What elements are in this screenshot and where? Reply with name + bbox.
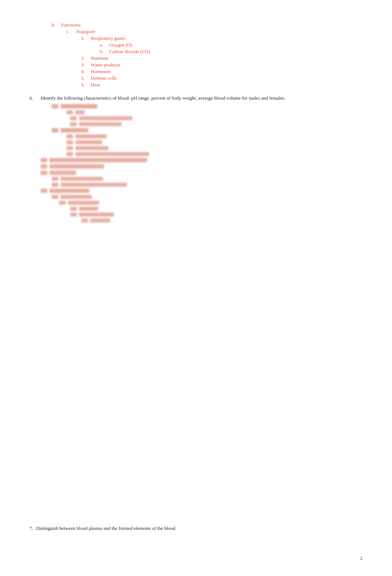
section7-text: 7. Distinguish between blood plasma and … <box>30 525 176 532</box>
main-content: b. Functions: i. Transport: 1. Respirato… <box>52 22 362 88</box>
text-heat: Heat <box>91 82 100 88</box>
section7-body: Distinguish between blood plasma and the… <box>36 525 176 532</box>
text-defense: Defense cells <box>91 75 117 81</box>
section6-answers <box>37 104 362 223</box>
label-5: 5. <box>81 75 89 81</box>
section6-body: Identify the following characteristics o… <box>41 94 285 102</box>
text-nutrients: Nutrients <box>91 55 109 61</box>
text-hormones: Hormones <box>91 69 111 75</box>
section6-num: 6. <box>30 94 38 102</box>
label-b: b. <box>52 22 59 28</box>
item-b-co2: b. Carbon dioxide (CO) <box>100 49 362 55</box>
label-2: 2. <box>81 55 89 61</box>
item-a-oxygen: a. Oxygen (O) <box>100 42 362 48</box>
section6-text: 6. Identify the following characteristic… <box>30 94 362 102</box>
section7-num: 7. <box>30 525 33 532</box>
label-4: 4. <box>81 69 89 75</box>
text-respiratory: Respiratory gases: <box>91 35 126 41</box>
section-7: 7. Distinguish between blood plasma and … <box>30 525 176 532</box>
label-1: 1. <box>81 35 89 41</box>
label-3: 3. <box>81 62 89 68</box>
item-b-functions: b. Functions: <box>52 22 362 28</box>
item-2-nutrients: 2. Nutrients <box>81 55 362 61</box>
label-i: i. <box>66 29 74 35</box>
text-transport: Transport: <box>76 29 96 35</box>
item-i-transport: i. Transport: <box>66 29 362 35</box>
page: b. Functions: i. Transport: 1. Respirato… <box>0 0 392 576</box>
text-oxygen: Oxygen (O) <box>109 42 132 48</box>
item-6-heat: 6. Heat <box>81 82 362 88</box>
item-1-respiratory: 1. Respiratory gases: <box>81 35 362 41</box>
text-waste: Waste products <box>91 62 120 68</box>
item-4-hormones: 4. Hormones <box>81 69 362 75</box>
item-5-defense: 5. Defense cells <box>81 75 362 81</box>
label-b-co2: b. <box>100 49 107 55</box>
text-co2: Carbon dioxide (CO) <box>109 49 150 55</box>
label-6: 6. <box>81 82 89 88</box>
item-3-waste: 3. Waste products <box>81 62 362 68</box>
section-6: 6. Identify the following characteristic… <box>30 94 362 223</box>
page-number: 2 <box>360 555 363 561</box>
text-functions: Functions: <box>61 22 82 28</box>
label-a-oxygen: a. <box>100 42 107 48</box>
